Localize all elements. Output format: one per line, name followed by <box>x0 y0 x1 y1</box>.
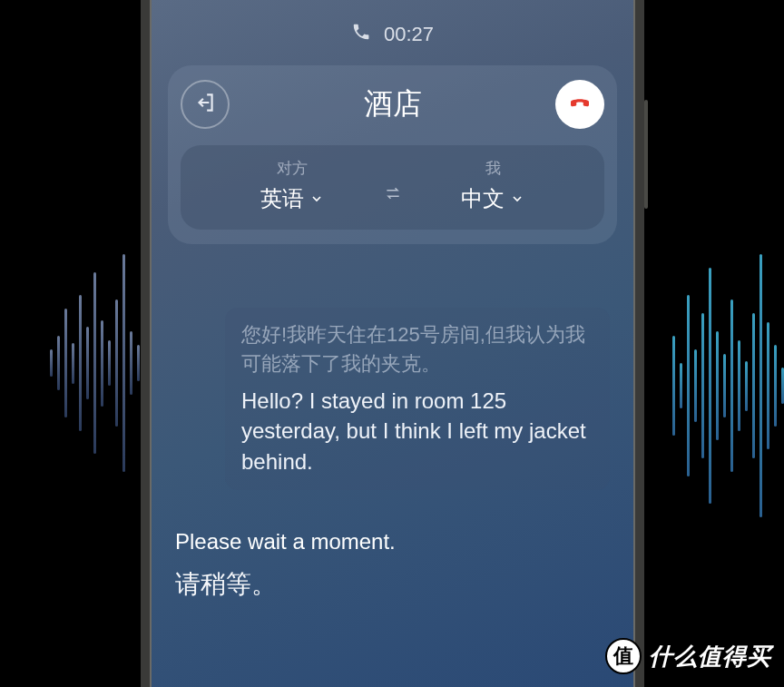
other-language-label: 对方 <box>277 158 308 179</box>
sound-wave-left <box>50 254 140 472</box>
exit-icon <box>193 91 217 118</box>
chevron-down-icon <box>309 186 324 211</box>
message-original: Please wait a moment. <box>175 526 610 558</box>
message-translated: Hello? I stayed in room 125 yesterday, b… <box>241 386 593 477</box>
watermark-text: 什么值得买 <box>649 641 771 672</box>
call-status-bar: 00:27 <box>150 0 635 47</box>
watermark-badge: 值 <box>605 638 642 674</box>
swap-languages-button[interactable] <box>377 166 409 206</box>
end-call-button[interactable] <box>555 80 604 129</box>
chevron-down-icon <box>510 186 524 211</box>
other-language-value: 英语 <box>260 184 304 213</box>
exit-button[interactable] <box>181 80 230 129</box>
message-bubble: 您好!我昨天住在125号房间,但我认为我可能落下了我的夹克。 Hello? I … <box>225 308 610 490</box>
translation-header: 酒店 对方 英语 <box>168 65 617 244</box>
phone-icon <box>351 22 371 47</box>
page-title: 酒店 <box>364 84 422 124</box>
message-original: 您好!我昨天住在125号房间,但我认为我可能落下了我的夹克。 <box>241 320 593 378</box>
message-translated: 请稍等。 <box>175 566 610 602</box>
message-item: Please wait a moment. 请稍等。 <box>175 526 610 603</box>
call-duration: 00:27 <box>384 23 434 46</box>
watermark: 值 什么值得买 <box>605 638 771 674</box>
language-selector-row: 对方 英语 我 中文 <box>181 145 604 230</box>
message-item: 您好!我昨天住在125号房间,但我认为我可能落下了我的夹克。 Hello? I … <box>175 308 610 490</box>
self-language-value: 中文 <box>461 184 505 213</box>
swap-icon <box>382 184 404 206</box>
hangup-icon <box>566 89 593 120</box>
transcript-area: 您好!我昨天住在125号房间,但我认为我可能落下了我的夹克。 Hello? I … <box>150 244 635 603</box>
self-language-label: 我 <box>485 158 501 179</box>
self-language-selector[interactable]: 我 中文 <box>409 158 578 213</box>
other-language-selector[interactable]: 对方 英语 <box>208 158 377 213</box>
phone-frame: 00:27 酒店 对方 英语 <box>141 0 644 687</box>
sound-wave-right <box>672 254 784 517</box>
